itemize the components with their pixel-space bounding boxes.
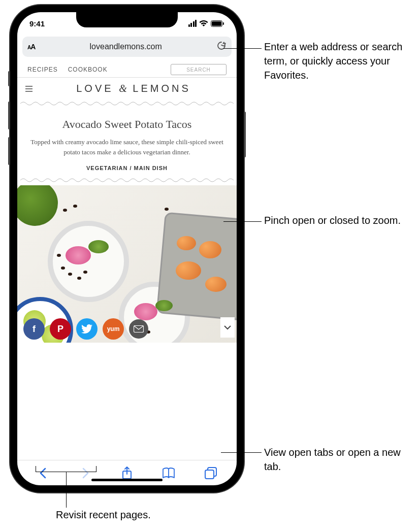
hamburger-icon[interactable] — [25, 86, 33, 92]
yummly-icon[interactable]: yum — [103, 318, 124, 340]
safari-toolbar — [17, 460, 237, 485]
url-field[interactable]: loveandlemons.com — [39, 42, 212, 51]
social-row: f P yum — [23, 318, 148, 340]
battery-icon — [211, 20, 224, 27]
home-indicator — [91, 479, 163, 481]
decor-band-top — [17, 97, 237, 109]
article: Avocado Sweet Potato Tacos Topped with c… — [17, 109, 237, 174]
cellular-icon — [188, 20, 197, 27]
text-size-icon[interactable]: AA — [27, 43, 35, 51]
silent-switch — [8, 71, 10, 86]
article-meta: VEGETARIAN / MAIN DISH — [27, 165, 227, 171]
callout-line — [223, 48, 262, 49]
wifi-icon — [199, 20, 208, 27]
facebook-icon[interactable]: f — [23, 318, 45, 340]
site-search-input[interactable]: SEARCH — [171, 64, 227, 75]
phone-screen: 9:41 AA loveandlemons.com RECIPES — [17, 12, 237, 485]
callout-line — [223, 221, 262, 222]
volume-down-button — [8, 137, 10, 165]
article-desc: Topped with creamy avocado lime sauce, t… — [27, 137, 227, 157]
reload-icon[interactable] — [216, 41, 227, 53]
power-button — [244, 112, 246, 157]
svg-rect-1 — [212, 21, 221, 26]
volume-up-button — [8, 102, 10, 129]
nav-recipes[interactable]: RECIPES — [27, 66, 58, 73]
callout-address: Enter a web address or search term, or q… — [264, 40, 416, 82]
svg-rect-2 — [223, 22, 224, 25]
pinterest-icon[interactable]: P — [50, 318, 71, 340]
article-image: f P yum — [17, 185, 237, 343]
callout-line — [66, 472, 67, 508]
email-icon[interactable] — [129, 319, 148, 339]
nav-cookbook[interactable]: COOKBOOK — [68, 66, 108, 73]
web-content[interactable]: RECIPES COOKBOOK SEARCH LOVE & LEMONS A — [17, 61, 237, 460]
taco-plate-1 — [48, 221, 129, 302]
callout-recent: Revisit recent pages. — [56, 508, 218, 522]
callout-zoom: Pinch open or closed to zoom. — [264, 213, 416, 227]
notch — [76, 12, 178, 27]
chevron-down-icon[interactable] — [220, 317, 235, 338]
svg-rect-7 — [205, 470, 214, 479]
address-bar[interactable]: AA loveandlemons.com — [22, 37, 232, 57]
twitter-icon[interactable] — [76, 318, 98, 340]
callout-bracket — [36, 466, 96, 472]
article-title: Avocado Sweet Potato Tacos — [27, 118, 227, 131]
herbs-decor — [17, 185, 58, 226]
callout-line — [221, 452, 262, 453]
site-nav: RECIPES COOKBOOK SEARCH — [17, 61, 237, 78]
callout-tabs: View open tabs or open a new tab. — [264, 445, 416, 474]
decor-band-mid — [17, 174, 237, 185]
tabs-button[interactable] — [201, 463, 221, 483]
site-logo[interactable]: LOVE & LEMONS — [39, 83, 229, 94]
status-time: 9:41 — [29, 19, 45, 28]
iphone-frame: 9:41 AA loveandlemons.com RECIPES — [10, 5, 244, 492]
svg-marker-3 — [222, 42, 225, 44]
status-right — [188, 20, 225, 27]
site-header: LOVE & LEMONS — [17, 78, 237, 97]
